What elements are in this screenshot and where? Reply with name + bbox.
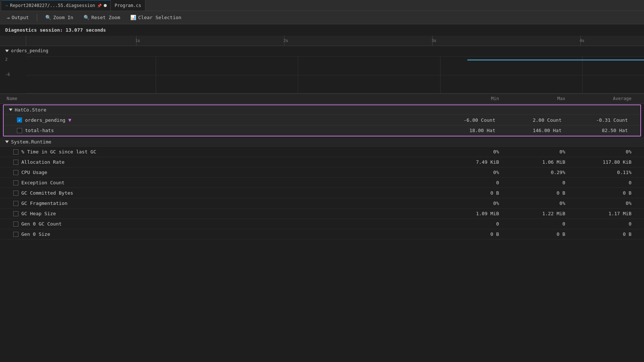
- tab-bar: → Report20240227/...55.diagsession 📌 Pro…: [0, 0, 644, 11]
- col-min: Min: [440, 96, 506, 101]
- chart-y-bottom: -6: [5, 72, 10, 77]
- output-label: Output: [11, 15, 29, 20]
- gc-heap-size-checkbox[interactable]: [13, 211, 18, 216]
- row-gen0-size[interactable]: Gen 0 Size 0 B 0 B 0 B: [0, 229, 644, 239]
- hatco-collapse-icon[interactable]: [9, 109, 13, 111]
- gc-committed-bytes-min: 0 B: [440, 190, 506, 196]
- gen0-gc-count-name: Gen 0 GC Count: [21, 221, 62, 227]
- orders-pending-label: orders_pending ▼: [17, 117, 436, 123]
- ruler-vline-3s: [432, 36, 433, 46]
- total-hats-min: 18.00 Hat: [436, 128, 503, 133]
- tab-pin-icon: 📌: [97, 4, 102, 8]
- cpu-usage-min: 0%: [440, 170, 506, 175]
- orders-pending-name: orders_pending: [25, 117, 66, 123]
- total-hats-max: 146.00 Hat: [503, 128, 569, 133]
- tab-label-prog: Program.cs: [114, 3, 141, 8]
- chart-collapse-icon[interactable]: [5, 50, 9, 52]
- runtime-collapse-icon[interactable]: [5, 141, 9, 143]
- total-hats-checkbox[interactable]: [17, 128, 22, 133]
- row-allocation-rate[interactable]: Allocation Rate 7.49 KiB 1.06 MiB 117.80…: [0, 157, 644, 167]
- row-cpu-usage[interactable]: CPU Usage 0% 0.29% 0.11%: [0, 167, 644, 178]
- gen0-size-avg: 0 B: [573, 231, 639, 237]
- exception-count-avg: 0: [573, 180, 639, 185]
- cpu-usage-checkbox[interactable]: [13, 170, 18, 175]
- row-exception-count[interactable]: Exception Count 0 0 0: [0, 178, 644, 188]
- gen0-size-checkbox[interactable]: [13, 232, 18, 237]
- gen0-size-max: 0 B: [506, 231, 573, 237]
- gen0-size-name: Gen 0 Size: [21, 231, 50, 237]
- time-in-gc-avg: 0%: [573, 149, 639, 155]
- time-in-gc-max: 0%: [506, 149, 573, 155]
- clear-selection-button[interactable]: 📊 Clear Selection: [128, 14, 183, 21]
- allocation-rate-checkbox[interactable]: [13, 160, 18, 165]
- runtime-group-header[interactable]: System.Runtime: [0, 137, 644, 147]
- tab-program-cs[interactable]: Program.cs: [111, 0, 145, 11]
- tab-icon-diag: →: [5, 3, 8, 8]
- row-gen0-gc-count[interactable]: Gen 0 GC Count 0 0 0: [0, 219, 644, 229]
- main-content: → Output 🔍 Zoom In 🔍 Reset Zoom 📊 Clear …: [0, 11, 644, 362]
- allocation-rate-avg: 117.80 KiB: [573, 159, 639, 165]
- row-gc-committed-bytes[interactable]: GC Committed Bytes 0 B 0 B 0 B: [0, 188, 644, 198]
- ruler-vline-2s: [284, 36, 284, 46]
- time-in-gc-min: 0%: [440, 149, 506, 155]
- gc-committed-bytes-avg: 0 B: [573, 190, 639, 196]
- ruler-vline-1s: [136, 36, 137, 46]
- orders-pending-checkbox[interactable]: [17, 117, 22, 123]
- table-container[interactable]: Name Min Max Average HatCo.Store orders_…: [0, 94, 644, 362]
- row-total-hats[interactable]: total-hats 18.00 Hat 146.00 Hat 82.50 Ha…: [4, 125, 640, 136]
- zoom-in-button[interactable]: 🔍 Zoom In: [43, 14, 75, 21]
- exception-count-label: Exception Count: [13, 180, 440, 185]
- runtime-group: System.Runtime % Time in GC since last G…: [0, 137, 644, 239]
- gc-committed-bytes-label: GC Committed Bytes: [13, 190, 440, 196]
- orders-pending-avg: -0.31 Count: [569, 117, 635, 123]
- runtime-group-name: System.Runtime: [11, 139, 52, 145]
- gc-heap-size-max: 1.22 MiB: [506, 211, 573, 216]
- tab-diagsession[interactable]: → Report20240227/...55.diagsession 📌: [1, 0, 111, 11]
- clear-selection-label: Clear Selection: [138, 15, 181, 20]
- row-time-in-gc[interactable]: % Time in GC since last GC 0% 0% 0%: [0, 147, 644, 157]
- output-button[interactable]: → Output: [4, 14, 31, 21]
- exception-count-max: 0: [506, 180, 573, 185]
- timeline-ruler: 1s 2s 3s 4s: [0, 36, 644, 46]
- gen0-size-min: 0 B: [440, 231, 506, 237]
- gc-heap-size-label: GC Heap Size: [13, 211, 440, 216]
- zoom-in-icon: 🔍: [45, 15, 51, 20]
- col-name: Name: [5, 96, 440, 101]
- allocation-rate-name: Allocation Rate: [21, 159, 64, 165]
- orders-pending-max: 2.00 Count: [503, 117, 569, 123]
- chart-grid: [26, 56, 644, 93]
- reset-zoom-label: Reset Zoom: [91, 15, 120, 20]
- hatco-group-header[interactable]: HatCo.Store: [4, 105, 640, 115]
- exception-count-checkbox[interactable]: [13, 180, 18, 185]
- zoom-in-label: Zoom In: [53, 15, 73, 20]
- exception-count-min: 0: [440, 180, 506, 185]
- row-gc-heap-size[interactable]: GC Heap Size 1.09 MiB 1.22 MiB 1.17 MiB: [0, 209, 644, 219]
- col-avg: Average: [573, 96, 639, 101]
- gc-committed-bytes-max: 0 B: [506, 190, 573, 196]
- cpu-usage-label: CPU Usage: [13, 170, 440, 175]
- gc-heap-size-avg: 1.17 MiB: [573, 211, 639, 216]
- gc-heap-size-name: GC Heap Size: [21, 211, 56, 216]
- time-in-gc-checkbox[interactable]: [13, 149, 18, 155]
- ruler-vline-4s: [580, 36, 581, 46]
- gen0-size-label: Gen 0 Size: [13, 231, 440, 237]
- gc-fragmentation-max: 0%: [506, 200, 573, 206]
- diagnostics-header: Diagnostics session: 13.077 seconds: [0, 24, 644, 36]
- time-in-gc-label: % Time in GC since last GC: [13, 149, 440, 155]
- gc-committed-bytes-checkbox[interactable]: [13, 191, 18, 196]
- clear-selection-icon: 📊: [130, 15, 136, 20]
- gc-fragmentation-avg: 0%: [573, 200, 639, 206]
- gen0-gc-count-min: 0: [440, 221, 506, 227]
- reset-zoom-button[interactable]: 🔍 Reset Zoom: [81, 14, 122, 21]
- row-orders-pending[interactable]: orders_pending ▼ -6.00 Count 2.00 Count …: [4, 115, 640, 125]
- tab-dot: [104, 4, 107, 7]
- total-hats-label: total-hats: [17, 128, 436, 133]
- gc-fragmentation-checkbox[interactable]: [13, 201, 18, 206]
- total-hats-name: total-hats: [25, 128, 54, 133]
- row-gc-fragmentation[interactable]: GC Fragmentation 0% 0% 0%: [0, 198, 644, 209]
- ruler-vline-start: [26, 36, 26, 46]
- cpu-usage-max: 0.29%: [506, 170, 573, 175]
- gen0-gc-count-checkbox[interactable]: [13, 221, 18, 227]
- gen0-gc-count-label: Gen 0 GC Count: [13, 221, 440, 227]
- gen0-gc-count-avg: 0: [573, 221, 639, 227]
